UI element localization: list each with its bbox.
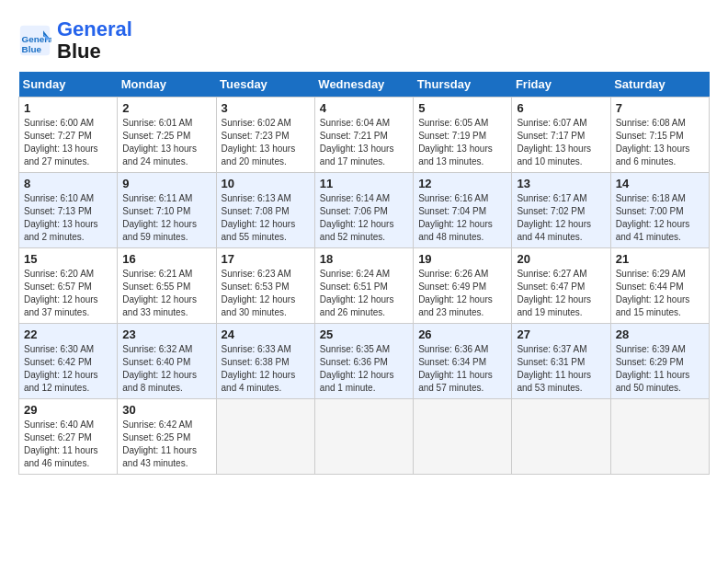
calendar-cell: 26 Sunrise: 6:36 AMSunset: 6:34 PMDaylig… [414, 324, 512, 399]
calendar-cell: 18 Sunrise: 6:24 AMSunset: 6:51 PMDaylig… [314, 248, 413, 324]
calendar-week-5: 29 Sunrise: 6:40 AMSunset: 6:27 PMDaylig… [19, 399, 710, 475]
calendar-cell: 28 Sunrise: 6:39 AMSunset: 6:29 PMDaylig… [610, 324, 709, 399]
calendar-cell: 3 Sunrise: 6:02 AMSunset: 7:23 PMDayligh… [216, 98, 314, 173]
page-header: General Blue GeneralBlue [18, 18, 710, 63]
calendar-cell: 24 Sunrise: 6:33 AMSunset: 6:38 PMDaylig… [216, 324, 314, 399]
calendar-cell: 19 Sunrise: 6:26 AMSunset: 6:49 PMDaylig… [414, 248, 512, 324]
calendar-table: SundayMondayTuesdayWednesdayThursdayFrid… [18, 72, 710, 475]
logo: General Blue GeneralBlue [18, 18, 132, 63]
calendar-cell: 27 Sunrise: 6:37 AMSunset: 6:31 PMDaylig… [512, 324, 610, 399]
weekday-header-wednesday: Wednesday [314, 72, 413, 98]
calendar-week-3: 15 Sunrise: 6:20 AMSunset: 6:57 PMDaylig… [19, 248, 710, 324]
weekday-header-sunday: Sunday [19, 72, 118, 98]
calendar-cell: 10 Sunrise: 6:13 AMSunset: 7:08 PMDaylig… [216, 173, 314, 248]
calendar-cell: 17 Sunrise: 6:23 AMSunset: 6:53 PMDaylig… [216, 248, 314, 324]
calendar-cell: 29 Sunrise: 6:40 AMSunset: 6:27 PMDaylig… [19, 399, 118, 475]
logo-icon: General Blue [18, 24, 51, 57]
calendar-cell: 11 Sunrise: 6:14 AMSunset: 7:06 PMDaylig… [314, 173, 413, 248]
calendar-week-2: 8 Sunrise: 6:10 AMSunset: 7:13 PMDayligh… [19, 173, 710, 248]
calendar-cell: 8 Sunrise: 6:10 AMSunset: 7:13 PMDayligh… [19, 173, 118, 248]
calendar-cell: 14 Sunrise: 6:18 AMSunset: 7:00 PMDaylig… [610, 173, 709, 248]
calendar-cell: 15 Sunrise: 6:20 AMSunset: 6:57 PMDaylig… [19, 248, 118, 324]
calendar-cell: 21 Sunrise: 6:29 AMSunset: 6:44 PMDaylig… [610, 248, 709, 324]
calendar-cell: 5 Sunrise: 6:05 AMSunset: 7:19 PMDayligh… [414, 98, 512, 173]
weekday-header-thursday: Thursday [414, 72, 512, 98]
calendar-cell: 30 Sunrise: 6:42 AMSunset: 6:25 PMDaylig… [118, 399, 216, 475]
calendar-cell: 25 Sunrise: 6:35 AMSunset: 6:36 PMDaylig… [314, 324, 413, 399]
weekday-header-saturday: Saturday [610, 72, 709, 98]
calendar-cell: 2 Sunrise: 6:01 AMSunset: 7:25 PMDayligh… [118, 98, 216, 173]
calendar-cell [414, 399, 512, 475]
calendar-cell [610, 399, 709, 475]
calendar-cell [314, 399, 413, 475]
calendar-cell: 6 Sunrise: 6:07 AMSunset: 7:17 PMDayligh… [512, 98, 610, 173]
weekday-header-monday: Monday [118, 72, 216, 98]
calendar-cell: 23 Sunrise: 6:32 AMSunset: 6:40 PMDaylig… [118, 324, 216, 399]
svg-text:Blue: Blue [22, 44, 42, 54]
calendar-cell: 20 Sunrise: 6:27 AMSunset: 6:47 PMDaylig… [512, 248, 610, 324]
calendar-cell: 7 Sunrise: 6:08 AMSunset: 7:15 PMDayligh… [610, 98, 709, 173]
calendar-cell: 1 Sunrise: 6:00 AMSunset: 7:27 PMDayligh… [19, 98, 118, 173]
logo-text: GeneralBlue [57, 18, 132, 63]
weekday-header-row: SundayMondayTuesdayWednesdayThursdayFrid… [19, 72, 710, 98]
calendar-cell: 22 Sunrise: 6:30 AMSunset: 6:42 PMDaylig… [19, 324, 118, 399]
calendar-cell [216, 399, 314, 475]
weekday-header-tuesday: Tuesday [216, 72, 314, 98]
calendar-week-1: 1 Sunrise: 6:00 AMSunset: 7:27 PMDayligh… [19, 98, 710, 173]
calendar-cell: 12 Sunrise: 6:16 AMSunset: 7:04 PMDaylig… [414, 173, 512, 248]
calendar-cell: 16 Sunrise: 6:21 AMSunset: 6:55 PMDaylig… [118, 248, 216, 324]
calendar-cell: 9 Sunrise: 6:11 AMSunset: 7:10 PMDayligh… [118, 173, 216, 248]
weekday-header-friday: Friday [512, 72, 610, 98]
calendar-cell [512, 399, 610, 475]
calendar-cell: 13 Sunrise: 6:17 AMSunset: 7:02 PMDaylig… [512, 173, 610, 248]
calendar-week-4: 22 Sunrise: 6:30 AMSunset: 6:42 PMDaylig… [19, 324, 710, 399]
calendar-cell: 4 Sunrise: 6:04 AMSunset: 7:21 PMDayligh… [314, 98, 413, 173]
